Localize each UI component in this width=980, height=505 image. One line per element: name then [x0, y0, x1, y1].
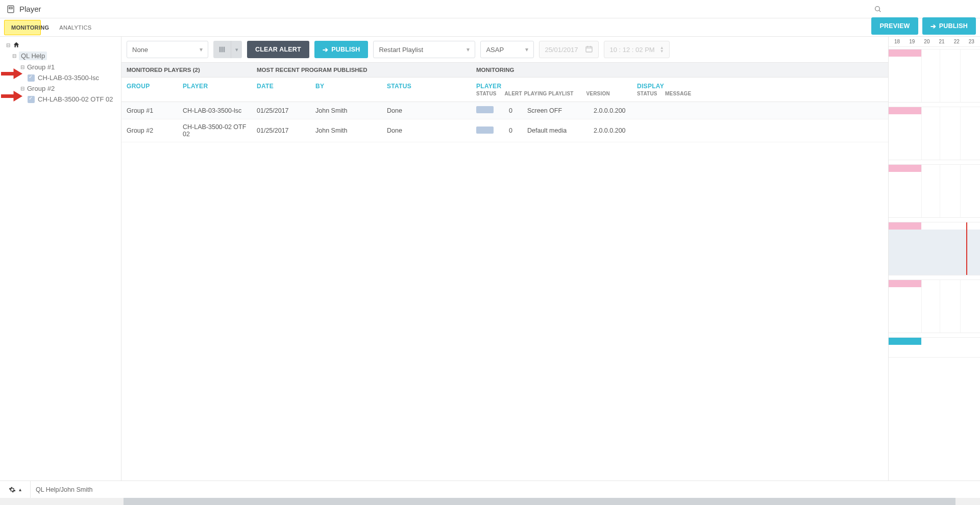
col-status[interactable]: STATUS: [382, 78, 471, 102]
collapse-icon[interactable]: ⊟: [11, 53, 17, 59]
caret-down-icon: ▾: [231, 41, 242, 58]
tree-label: CH-LAB-03-3500-lsc: [38, 74, 99, 82]
timeline-hour-label: 22: [954, 39, 960, 44]
workspace: ⊟ ⊟ QL Help ⊟ Group #1 CH-LAB-03-3500-ls…: [0, 37, 980, 481]
columns-icon: [213, 41, 231, 58]
cell-version: 2.0.0.0.200: [589, 103, 632, 118]
timeline-track[interactable]: [889, 280, 980, 333]
tree-node-qlhelp[interactable]: ⊟ QL Help: [4, 50, 118, 62]
mode-select[interactable]: Restart Playlist▾: [373, 41, 475, 58]
tree-root-home[interactable]: ⊟: [4, 40, 118, 50]
search-icon[interactable]: [874, 5, 882, 13]
table-row[interactable]: Group #1CH-LAB-03-3500-lsc01/25/2017John…: [121, 102, 888, 119]
col-group-display: DISPLAY STATUS MESSAGE: [632, 78, 888, 102]
cell-date: 01/25/2017: [252, 103, 310, 118]
collapse-icon[interactable]: ⊟: [5, 42, 11, 48]
cell-message: [660, 107, 701, 115]
tree-node-group2[interactable]: ⊟ Group #2: [4, 83, 118, 94]
section-monitoring: MONITORING: [471, 63, 888, 77]
caret-up-icon: ▴: [19, 487, 21, 492]
timeline-tracks[interactable]: [889, 47, 980, 481]
tree-label: QL Help: [19, 52, 47, 60]
player-tree-sidebar: ⊟ ⊟ QL Help ⊟ Group #1 CH-LAB-03-3500-ls…: [0, 37, 121, 481]
date-input-disabled: 25/01/2017: [539, 41, 599, 58]
sub-col-dstatus: STATUS: [637, 91, 665, 96]
svg-point-2: [875, 6, 880, 11]
sub-col-playlist: PLAYING PLAYLIST: [524, 91, 586, 96]
timeline-hour-label: 19: [909, 39, 915, 44]
col-player[interactable]: PLAYER: [178, 78, 252, 102]
spinner-icon: ▲▼: [660, 46, 664, 53]
time-input-disabled: 10 : 12 : 02 PM ▲▼: [604, 41, 669, 58]
col-by[interactable]: BY: [310, 78, 382, 102]
svg-rect-5: [222, 47, 223, 53]
timeline-track[interactable]: [889, 222, 980, 275]
sub-col-alert: ALERT: [503, 91, 524, 96]
publish-button[interactable]: ➔PUBLISH: [314, 41, 368, 58]
table-row[interactable]: Group #2CH-LAB-3500-02 OTF 0201/25/2017J…: [121, 119, 888, 142]
tree-leaf-player1[interactable]: CH-LAB-03-3500-lsc: [4, 72, 118, 83]
tree-label: Group #1: [27, 63, 55, 71]
cell-player-status: [471, 122, 499, 139]
gear-icon: [9, 486, 16, 493]
cell-date: 01/25/2017: [252, 123, 310, 138]
cell-player: CH-LAB-03-3500-lsc: [178, 103, 252, 118]
center-panel: None▾ ▾ CLEAR ALERT ➔PUBLISH Restart Pla…: [121, 37, 888, 481]
cell-player-status: [471, 102, 499, 119]
clear-alert-button[interactable]: CLEAR ALERT: [247, 41, 309, 58]
tree-label: CH-LAB-3500-02 OTF 02: [38, 95, 113, 103]
timeline-track[interactable]: [889, 337, 980, 358]
top-right-actions: PREVIEW ➔PUBLISH: [871, 17, 976, 35]
timeline-hour-label: 21: [939, 39, 944, 44]
cell-playlist: Default media: [522, 123, 589, 138]
cell-player: CH-LAB-3500-02 OTF 02: [178, 119, 252, 142]
status-chip-icon: [476, 127, 494, 134]
when-select[interactable]: ASAP▾: [480, 41, 534, 58]
filter-select[interactable]: None▾: [127, 41, 208, 58]
horizontal-scrollbar[interactable]: [0, 498, 980, 505]
arrow-right-icon: ➔: [323, 46, 328, 53]
cell-group: Group #2: [121, 123, 178, 138]
timeline-track[interactable]: [889, 107, 980, 160]
tab-analytics[interactable]: ANALYTICS: [54, 21, 96, 34]
checkbox-icon[interactable]: [28, 96, 35, 103]
cell-message: [660, 127, 701, 135]
svg-rect-6: [224, 47, 225, 53]
svg-line-3: [879, 10, 880, 12]
collapse-icon[interactable]: ⊟: [19, 86, 26, 91]
publish-top-button[interactable]: ➔PUBLISH: [922, 17, 976, 35]
cell-status: Done: [382, 103, 471, 118]
page-title: Player: [19, 5, 41, 13]
svg-rect-1: [9, 7, 12, 9]
timeline-track[interactable]: [889, 164, 980, 218]
tab-row: MONITORING ANALYTICS: [0, 18, 980, 37]
collapse-icon[interactable]: ⊟: [19, 64, 26, 70]
svg-rect-4: [219, 47, 221, 53]
tab-monitoring[interactable]: MONITORING: [6, 21, 54, 34]
calendar-icon: [585, 45, 593, 55]
timeline-hour-label: 20: [924, 39, 929, 44]
sub-col-msg: MESSAGE: [665, 91, 706, 96]
cell-display-status: [632, 127, 660, 135]
players-grid: MONITORED PLAYERS (2) MOST RECENT PROGRA…: [121, 62, 888, 481]
col-group[interactable]: GROUP: [121, 78, 178, 102]
player-app-icon: [6, 5, 15, 14]
timeline-track[interactable]: [889, 49, 980, 103]
home-icon: [13, 41, 20, 48]
cell-display-status: [632, 107, 660, 115]
title-bar: Player: [0, 0, 980, 18]
caret-down-icon: ▾: [525, 46, 528, 53]
timeline-panel: 181920212223: [888, 37, 980, 481]
col-group-player: PLAYER STATUS ALERT PLAYING PLAYLIST VER…: [471, 78, 632, 102]
footer-bar: ▴ QL Help/John Smith: [0, 481, 980, 498]
cell-alert: 0: [499, 103, 522, 118]
col-date[interactable]: DATE: [252, 78, 310, 102]
cell-alert: 0: [499, 123, 522, 138]
settings-menu[interactable]: ▴: [0, 481, 31, 498]
tree-node-group1[interactable]: ⊟ Group #1: [4, 62, 118, 72]
preview-button[interactable]: PREVIEW: [871, 17, 918, 35]
action-toolbar: None▾ ▾ CLEAR ALERT ➔PUBLISH Restart Pla…: [121, 37, 888, 62]
sub-col-version: VERSION: [586, 91, 627, 96]
tree-leaf-player2[interactable]: CH-LAB-3500-02 OTF 02: [4, 94, 118, 105]
checkbox-icon[interactable]: [28, 74, 35, 82]
